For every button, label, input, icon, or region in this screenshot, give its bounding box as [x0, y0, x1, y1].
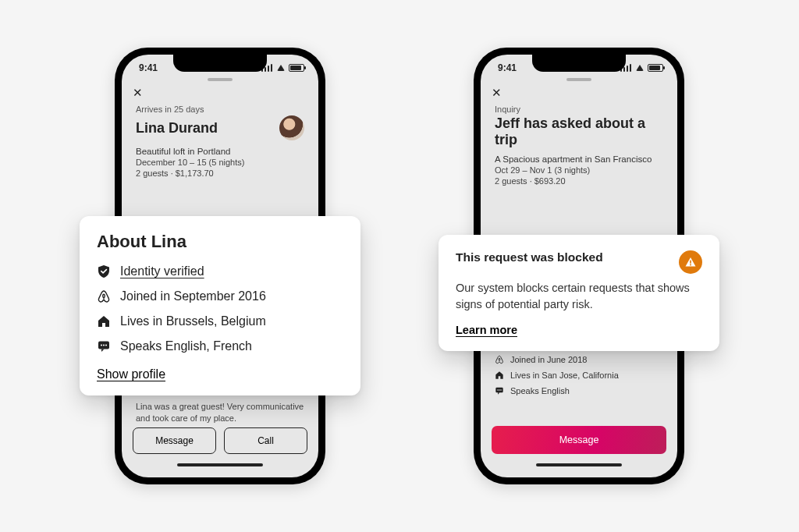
guest-name: Lina Durand — [136, 120, 218, 137]
joined-text: Joined in September 2016 — [120, 289, 266, 303]
close-icon[interactable]: ✕ — [133, 86, 148, 100]
lives-in-text: Lives in Brussels, Belgium — [120, 314, 266, 328]
home-indicator[interactable] — [177, 463, 263, 466]
airbnb-logo-icon — [97, 289, 111, 303]
home-indicator[interactable] — [536, 463, 622, 466]
listing-title: A Spacious apartment in San Francisco — [495, 154, 663, 164]
show-profile-link[interactable]: Show profile — [97, 367, 165, 381]
shield-check-icon — [97, 264, 111, 278]
speaks-row: Speaks English, French — [97, 339, 343, 353]
battery-icon — [289, 64, 304, 72]
speaks-row: Speaks English — [495, 386, 663, 395]
guests-and-price: 2 guests · $693.20 — [495, 176, 663, 186]
identity-verified-text: Identity verified — [120, 264, 204, 278]
message-button[interactable]: Message — [492, 426, 666, 454]
identity-verified-row: Identity verified — [97, 264, 343, 278]
message-button[interactable]: Message — [133, 427, 216, 454]
status-time: 9:41 — [498, 62, 517, 73]
speaks-text: Speaks English — [510, 386, 570, 395]
lives-in-row: Lives in San Jose, California — [495, 371, 663, 380]
about-card-title: About Lina — [97, 232, 343, 252]
status-time: 9:41 — [139, 62, 158, 73]
joined-row: Joined in September 2016 — [97, 289, 343, 303]
avatar[interactable] — [279, 115, 304, 140]
speech-bubble-icon — [97, 339, 111, 353]
about-guest-card: About Lina Identity verified Joined in S… — [80, 216, 360, 395]
speech-bubble-icon — [495, 386, 504, 395]
request-blocked-card: This request was blocked Our system bloc… — [439, 235, 719, 351]
lives-in-row: Lives in Brussels, Belgium — [97, 314, 343, 328]
stay-dates: Oct 29 – Nov 1 (3 nights) — [495, 165, 663, 175]
wifi-icon — [634, 65, 645, 71]
warning-icon — [679, 250, 702, 274]
home-icon — [495, 371, 504, 380]
listing-title: Beautiful loft in Portland — [136, 147, 304, 156]
learn-more-link[interactable]: Learn more — [456, 324, 517, 336]
blocked-title: This request was blocked — [456, 250, 603, 264]
close-icon[interactable]: ✕ — [492, 86, 507, 100]
inquiry-label: Inquiry — [495, 105, 663, 114]
inquiry-headline: Jeff has asked about a trip — [495, 115, 663, 148]
joined-row: Joined in June 2018 — [495, 355, 663, 364]
call-button[interactable]: Call — [224, 427, 307, 454]
phone-notch — [532, 55, 626, 72]
wifi-icon — [275, 65, 286, 71]
stay-dates: December 10 – 15 (5 nights) — [136, 158, 304, 167]
airbnb-logo-icon — [495, 355, 504, 364]
arrival-label: Arrives in 25 days — [136, 105, 304, 114]
speaks-text: Speaks English, French — [120, 339, 252, 353]
home-icon — [97, 314, 111, 328]
phone-notch — [173, 55, 267, 72]
joined-text: Joined in June 2018 — [510, 355, 587, 364]
lives-in-text: Lives in San Jose, California — [510, 371, 619, 380]
blocked-body: Our system blocks certain requests that … — [456, 280, 702, 313]
battery-icon — [648, 64, 663, 72]
guests-and-price: 2 guests · $1,173.70 — [136, 168, 304, 178]
right-phone-group: 9:41 ✕ Inquiry Jeff has asked about a tr… — [439, 48, 719, 484]
left-phone-group: 9:41 ✕ Arrives in 25 days Lina Durand — [80, 48, 360, 484]
